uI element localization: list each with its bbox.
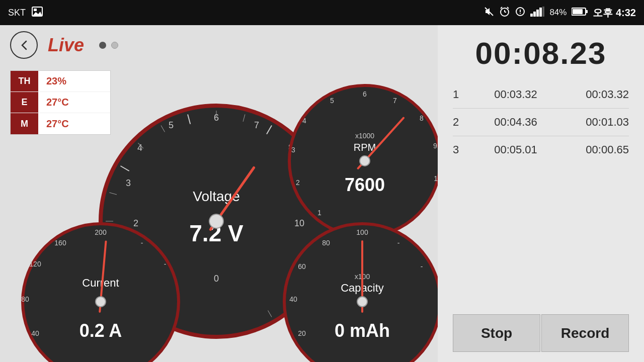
svg-text:6: 6 (363, 90, 367, 98)
svg-rect-1 (34, 9, 37, 11)
battery-icon (572, 7, 588, 19)
svg-text:200: 200 (95, 228, 107, 236)
time-display: 오후 4:32 (593, 6, 636, 20)
svg-rect-16 (573, 9, 583, 14)
svg-text:0: 0 (214, 274, 219, 284)
record-button[interactable]: Record (541, 314, 629, 352)
svg-point-98 (357, 297, 367, 307)
svg-rect-11 (533, 12, 536, 17)
svg-text:40: 40 (289, 295, 297, 303)
svg-rect-10 (530, 14, 533, 17)
status-left: SKT (8, 7, 43, 19)
page-title: Live (48, 35, 84, 56)
svg-point-9 (520, 13, 521, 14)
lap-row-1: 1 00:03.32 00:03.32 (453, 81, 629, 109)
svg-text:3: 3 (291, 146, 295, 154)
svg-text:160: 160 (54, 239, 66, 247)
carrier-label: SKT (8, 8, 26, 18)
bottom-buttons: Stop Record (453, 314, 629, 352)
svg-text:7: 7 (393, 97, 397, 105)
svg-marker-2 (32, 12, 42, 16)
lap-row-3: 3 00:05.01 00:00.65 (453, 136, 629, 163)
svg-text:40: 40 (31, 329, 39, 337)
lap-time2-1: 00:03.32 (553, 88, 629, 101)
main-content: Live TH 23% E 27°C M 27°C (0, 25, 644, 362)
svg-text:4: 4 (137, 143, 142, 153)
svg-text:7600: 7600 (345, 174, 385, 195)
svg-text:5: 5 (330, 97, 334, 105)
right-panel: 00:08.23 1 00:03.32 00:03.32 2 00:04.36 … (438, 25, 644, 362)
notification-icon (515, 7, 525, 19)
gallery-icon (32, 7, 43, 19)
gauges-container: 6 7 8 9 10 5 4 3 2 1 0 (15, 55, 438, 362)
svg-text:2: 2 (296, 178, 300, 187)
svg-text:-: - (397, 239, 400, 247)
dot-2[interactable] (111, 42, 118, 49)
lap-time2-2: 00:01.03 (553, 116, 629, 129)
svg-text:80: 80 (21, 295, 29, 303)
mute-icon (484, 7, 494, 19)
battery-text: 84% (549, 8, 567, 18)
svg-rect-17 (586, 10, 588, 13)
svg-text:2: 2 (133, 218, 138, 228)
page-dots (99, 42, 118, 49)
svg-rect-14 (542, 7, 544, 17)
svg-rect-12 (536, 10, 539, 17)
signal-icon (530, 7, 544, 19)
svg-text:8: 8 (420, 114, 424, 122)
lap-list: 1 00:03.32 00:03.32 2 00:04.36 00:01.03 … (453, 81, 629, 163)
lap-time1-3: 00:05.01 (478, 143, 553, 156)
status-bar: SKT (0, 0, 644, 25)
svg-text:60: 60 (298, 262, 306, 270)
svg-point-84 (95, 296, 106, 307)
svg-text:0.2 A: 0.2 A (79, 320, 122, 341)
svg-text:80: 80 (322, 239, 330, 247)
svg-text:7: 7 (254, 120, 259, 130)
svg-text:4: 4 (302, 117, 306, 125)
svg-text:5: 5 (169, 120, 174, 130)
svg-text:20: 20 (298, 329, 306, 337)
lap-time1-2: 00:04.36 (478, 116, 553, 129)
svg-text:3: 3 (126, 178, 131, 188)
lap-time2-3: 00:00.65 (553, 143, 629, 156)
alarm-icon (499, 6, 510, 20)
svg-text:0 mAh: 0 mAh (335, 320, 390, 341)
svg-text:120: 120 (29, 260, 41, 268)
dot-1[interactable] (99, 42, 106, 49)
svg-text:10: 10 (434, 174, 438, 183)
svg-text:10: 10 (294, 218, 304, 228)
svg-rect-13 (539, 8, 542, 17)
svg-text:Current: Current (82, 277, 119, 289)
lap-num-3: 3 (453, 143, 478, 156)
lap-time1-1: 00:03.32 (478, 88, 553, 101)
svg-text:1: 1 (317, 209, 321, 217)
status-right: 84% 오후 4:32 (484, 6, 636, 20)
lap-timer: 00:08.23 (453, 35, 629, 71)
gauges-svg: 6 7 8 9 10 5 4 3 2 1 0 (15, 55, 438, 362)
svg-text:-: - (421, 262, 423, 270)
svg-text:-: - (141, 239, 143, 247)
svg-text:100: 100 (356, 228, 368, 236)
lap-num-2: 2 (453, 116, 478, 129)
svg-text:9: 9 (433, 142, 437, 150)
lap-row-2: 2 00:04.36 00:01.03 (453, 109, 629, 136)
stop-button[interactable]: Stop (453, 314, 540, 352)
left-panel: Live TH 23% E 27°C M 27°C (0, 25, 438, 362)
svg-text:x1000: x1000 (355, 132, 374, 140)
lap-num-1: 1 (453, 88, 478, 101)
svg-text:-: - (164, 260, 167, 268)
back-button[interactable] (10, 31, 38, 59)
